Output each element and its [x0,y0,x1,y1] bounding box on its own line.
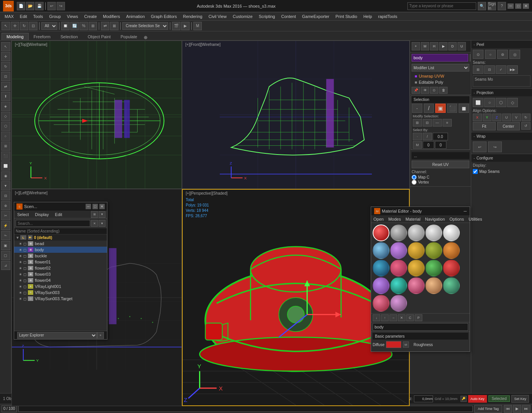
sb-outline[interactable]: ▢ [1,251,10,260]
align-u-btn[interactable]: U [502,114,511,121]
se-sort-btn[interactable]: ⊞ [91,211,98,218]
sel-by-vert-btn[interactable]: · [413,133,422,140]
fit-btn[interactable]: Fit [473,122,496,130]
me-reset-btn[interactable]: ✕ [398,314,405,321]
shrink-btn[interactable]: ⊟ [423,119,432,127]
proj-btn2[interactable]: ○ [484,98,495,107]
sel-vertex-btn[interactable]: · [412,104,422,113]
modifier-list-dropdown[interactable]: Modifier List [412,64,469,72]
open-btn[interactable]: 📂 [26,2,34,10]
align-x-btn[interactable]: X [473,114,482,121]
seam-btn4[interactable]: ▶▶ [507,65,518,74]
me-ball-2[interactable] [408,224,425,241]
center-btn[interactable]: Center [497,122,520,130]
sb-mirror[interactable]: ⇄ [1,82,10,91]
z-coord-input[interactable] [414,395,433,402]
menu-gameexporter[interactable]: GameExporter [299,13,332,20]
prev-frame-btn[interactable]: ⏮ [504,405,512,413]
se-search-input[interactable] [16,220,90,227]
me-ball-3[interactable] [425,224,442,241]
proj-btn4[interactable]: ◇ [507,98,518,107]
menu-rapidtools[interactable]: rapidTools [375,13,400,20]
select-tool[interactable]: ↖ [2,22,10,30]
search-icon[interactable]: 🔍 [478,2,486,10]
me-paste-btn[interactable]: P [415,314,422,321]
modify-panel-btn[interactable]: M [421,42,429,50]
tab-freeform[interactable]: Freeform [29,33,56,40]
se-layer-vis[interactable]: 👁 [28,235,32,240]
align-y-btn[interactable]: Y [483,114,492,121]
se-item-bead[interactable]: ☀ ◻ ▣ bead [14,241,107,247]
mirror-btn[interactable]: ⇄ [101,22,109,30]
tab-populate[interactable]: Populate [115,33,142,40]
menu-group[interactable]: Group [46,13,64,20]
me-close-btn[interactable]: ─ [464,209,467,213]
sb-move[interactable]: ✛ [1,52,10,61]
se-menu-select[interactable]: Select [14,211,32,218]
menu-graph-editors[interactable]: Graph Editors [148,13,180,20]
menu-scripting[interactable]: Scripting [256,13,278,20]
peel-icon4[interactable]: ◎ [509,50,520,59]
sb-hinge[interactable]: ⊿ [1,261,10,270]
peel-icon1[interactable]: ⊙ [473,50,483,59]
move-tool[interactable]: ✛ [11,22,19,30]
hierarchy-panel-btn[interactable]: H [430,42,438,50]
peel-icon2[interactable]: ○ [485,50,496,59]
sb-scale[interactable]: ⊡ [1,72,10,81]
sb-collapse[interactable]: ▼ [1,181,10,190]
wrap-btn2[interactable]: ↪ [488,141,502,152]
me-ball-21[interactable] [390,295,407,312]
menu-animation[interactable]: Animation [123,13,148,20]
search-input[interactable] [407,2,476,10]
sb-ring[interactable]: ○ [1,132,10,141]
create-panel-btn[interactable]: + [412,42,420,50]
make-unique-btn[interactable]: ⊙ [430,87,438,94]
sel-polygon-btn[interactable]: ⬛ [447,104,457,113]
se-item-flower01[interactable]: ☀ ◻ ▣ flower01 [14,259,107,265]
se-view-dropdown[interactable]: Layer Explorer [17,332,97,339]
quick-render[interactable]: ▶ [181,22,190,30]
peel-icon3[interactable]: ⊚ [497,50,508,59]
viewport-top[interactable]: [+][Top][Wireframe] [11,41,182,189]
me-assign-mat-btn[interactable]: → [389,314,397,321]
object-name-input[interactable] [412,54,468,62]
configure-header[interactable]: - Configure [471,154,532,162]
show-all-btn[interactable]: 👁 [421,87,429,94]
me-ball-16[interactable] [390,277,407,294]
reset-map-btn[interactable]: ↺ [521,122,530,130]
me-ball-1[interactable] [390,224,407,241]
menu-tools[interactable]: Tools [30,13,46,20]
angle-snap[interactable]: 🔄 [70,22,79,30]
map-c-radio[interactable] [412,175,417,180]
sel-threshold-input[interactable] [433,133,448,140]
pin-stack-btn[interactable]: 📌 [412,87,420,94]
se-item-body[interactable]: ☀ ◻ ▣ body [14,247,107,253]
me-put-mat-btn[interactable]: ↑ [381,314,389,321]
me-menu-material[interactable]: Material [403,216,423,222]
seam-btn3[interactable]: ✓ [496,65,506,74]
sb-connect[interactable]: ⊞ [1,141,10,151]
se-add-view-btn[interactable]: + [97,332,104,339]
se-item-vraysun-target[interactable]: ☀ ◻ ◎ VRaySun003.Target [14,296,107,302]
sb-detach[interactable]: ⊟ [1,191,10,200]
new-btn[interactable]: 📄 [17,2,25,10]
seam-btn2[interactable]: ⊟ [484,65,495,74]
se-item-flower02[interactable]: ☀ ◻ ▣ flower02 [14,265,107,271]
proj-btn3[interactable]: ⬡ [496,98,506,107]
tab-object-paint[interactable]: Object Paint [83,33,116,40]
select-filter[interactable]: All [41,22,57,30]
me-ball-7[interactable] [408,242,425,259]
sb-bevel[interactable]: ◈ [1,102,10,111]
menu-print-studio[interactable]: Print Studio [332,13,360,20]
percent-snap[interactable]: % [79,22,88,30]
sb-inset[interactable]: ▣ [1,241,10,250]
me-ball-8[interactable] [425,242,442,259]
se-item-vraylight[interactable]: ☀ ◻ ★ VRayLight001 [14,283,107,289]
se-item-buckle[interactable]: ☀ ◻ ▣ buckle [14,253,107,259]
menu-views[interactable]: Views [64,13,81,20]
keylock-icon[interactable]: 🔑 [461,396,467,402]
wrap-btn1[interactable]: ↩ [473,141,487,152]
sel-by-mat-btn[interactable]: M [413,141,422,149]
rotate-tool[interactable]: ↻ [20,22,28,30]
redo-btn[interactable]: ↪ [57,2,65,10]
